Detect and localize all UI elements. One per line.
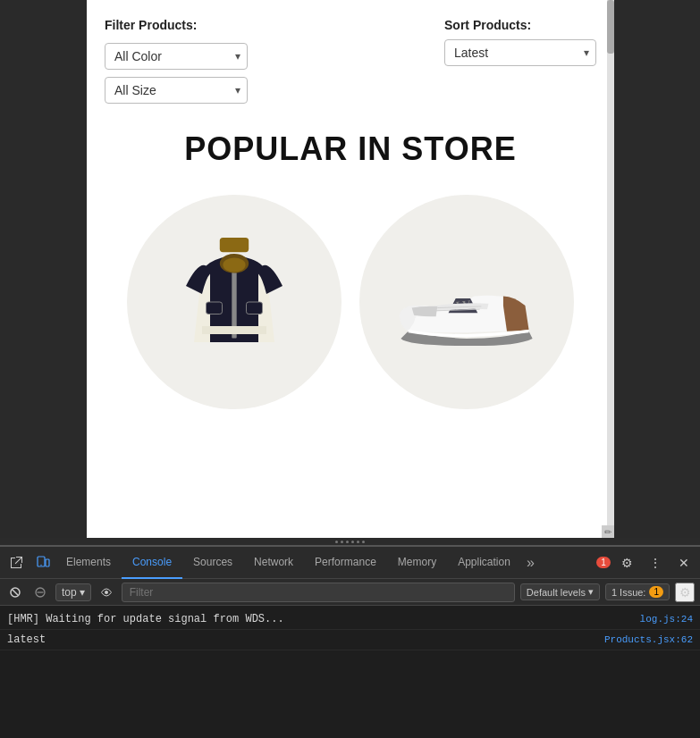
svg-rect-0 — [220, 238, 249, 252]
console-line-source[interactable]: log.js:24 — [640, 611, 693, 627]
scrollbar-pen[interactable]: ✏ — [602, 525, 614, 538]
top-context-dropdown[interactable]: top ▾ — [55, 583, 91, 601]
issue-badge-button[interactable]: 1 Issue: 1 — [605, 583, 670, 600]
side-panel-left — [0, 0, 87, 543]
svg-rect-5 — [202, 326, 266, 334]
block-requests-button[interactable] — [30, 583, 50, 602]
svg-rect-7 — [247, 302, 263, 314]
browser-content: Filter Products: All Color Black White B… — [87, 0, 614, 543]
svg-rect-6 — [207, 302, 223, 314]
issue-count-badge: 1 — [649, 586, 663, 598]
error-badge: 1 — [596, 557, 611, 568]
svg-line-15 — [13, 590, 18, 595]
resize-dot — [357, 541, 359, 543]
console-toolbar: top ▾ Default levels ▾ 1 Issue: 1 ⚙ — [0, 579, 700, 606]
devtools-left-icons — [4, 550, 55, 575]
tab-network[interactable]: Network — [243, 547, 304, 579]
devtools-more-button[interactable]: ⋮ — [643, 550, 668, 575]
console-line-text: [HMR] Waiting for update signal from WDS… — [7, 611, 633, 627]
tab-performance[interactable]: Performance — [304, 547, 387, 579]
devtools-settings-button[interactable]: ⚙ — [614, 550, 639, 575]
color-select-wrapper[interactable]: All Color Black White Blue Red — [105, 43, 248, 70]
console-line: [HMR] Waiting for update signal from WDS… — [0, 609, 700, 630]
devtools-tabs-toolbar: Elements Console Sources Network Perform… — [0, 547, 700, 579]
scroll-track[interactable] — [607, 0, 614, 543]
eye-button[interactable] — [97, 583, 116, 602]
console-filter-input[interactable] — [122, 583, 515, 602]
console-settings-button[interactable]: ⚙ — [675, 583, 695, 602]
tab-elements[interactable]: Elements — [55, 547, 122, 579]
color-select[interactable]: All Color Black White Blue Red — [105, 43, 248, 70]
tab-sources[interactable]: Sources — [182, 547, 243, 579]
sort-section: Sort Products: Latest Price: Low to High… — [444, 18, 596, 66]
console-line-text: latest — [7, 632, 597, 648]
resize-dot — [346, 541, 349, 543]
console-line-source[interactable]: Products.jsx:62 — [604, 632, 693, 648]
size-select-wrapper[interactable]: All Size XS S M L XL — [105, 77, 248, 104]
devtools-right-icons: 1 ⚙ ⋮ ✕ — [596, 550, 696, 575]
size-select[interactable]: All Size XS S M L XL — [105, 77, 248, 104]
device-toolbar-button[interactable] — [30, 550, 55, 575]
resize-dot — [341, 541, 343, 543]
sort-select-wrapper[interactable]: Latest Price: Low to High Price: High to… — [444, 39, 596, 66]
jacket-image — [154, 222, 315, 382]
svg-rect-12 — [46, 559, 49, 566]
sort-label: Sort Products: — [444, 18, 596, 32]
svg-point-13 — [40, 564, 41, 565]
devtools-panel: Elements Console Sources Network Perform… — [0, 545, 700, 738]
resize-dots — [335, 541, 365, 543]
resize-dot — [351, 541, 354, 543]
svg-point-18 — [105, 591, 108, 594]
side-panel-right — [614, 0, 700, 543]
sneaker-image: LV — [386, 222, 547, 382]
more-tabs-button[interactable]: » — [521, 551, 540, 574]
inspect-element-button[interactable] — [4, 550, 29, 575]
popular-heading: POPULAR IN STORE — [105, 130, 596, 168]
chevron-down-icon: ▾ — [80, 586, 85, 599]
filter-label: Filter Products: — [105, 18, 248, 32]
filter-sort-row: Filter Products: All Color Black White B… — [105, 18, 596, 104]
clear-console-button[interactable] — [5, 583, 25, 602]
tab-application[interactable]: Application — [447, 547, 521, 579]
product-sneaker[interactable]: LV — [359, 195, 574, 409]
sort-select[interactable]: Latest Price: Low to High Price: High to… — [444, 39, 596, 66]
product-jacket[interactable] — [127, 195, 342, 409]
scroll-thumb[interactable] — [607, 0, 614, 54]
chevron-down-icon: ▾ — [588, 586, 594, 598]
resize-dot — [362, 541, 365, 543]
products-row: LV — [105, 195, 596, 409]
tab-memory[interactable]: Memory — [387, 547, 447, 579]
resize-handle[interactable] — [0, 538, 700, 545]
svg-point-4 — [223, 258, 245, 273]
console-output: [HMR] Waiting for update signal from WDS… — [0, 606, 700, 738]
console-line: latest Products.jsx:62 — [0, 630, 700, 650]
resize-dot — [335, 541, 338, 543]
filter-section: Filter Products: All Color Black White B… — [105, 18, 248, 104]
tab-console[interactable]: Console — [122, 547, 182, 579]
devtools-close-button[interactable]: ✕ — [671, 550, 696, 575]
default-levels-dropdown[interactable]: Default levels ▾ — [520, 583, 600, 600]
